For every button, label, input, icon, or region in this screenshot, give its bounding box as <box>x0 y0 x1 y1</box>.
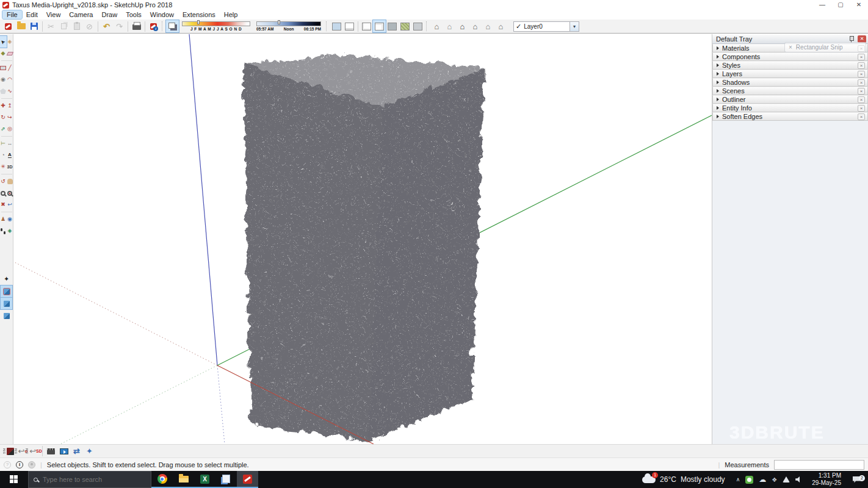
dimension-tool[interactable]: ↔ <box>7 138 13 149</box>
section-close-button[interactable]: × <box>858 88 865 95</box>
look-around-tool[interactable]: ◉ <box>7 214 13 225</box>
taskbar-search[interactable] <box>28 471 151 488</box>
credits-person-icon[interactable] <box>28 461 35 468</box>
expand-arrow-icon[interactable] <box>717 55 719 59</box>
section-close-button[interactable]: × <box>858 113 865 120</box>
toolbar-grip[interactable] <box>162 21 164 31</box>
section-close-button[interactable]: × <box>858 54 865 60</box>
tray-section-entity-info[interactable]: Entity Info × <box>712 104 868 112</box>
back-edges-style-button[interactable] <box>343 20 356 32</box>
push-pull-tool[interactable]: ↥ <box>7 100 13 112</box>
hidden-line-style-button[interactable] <box>373 20 386 32</box>
orbit-tool[interactable]: ↺ <box>0 176 7 187</box>
expand-arrow-icon[interactable] <box>717 98 719 101</box>
taskbar-app-excel[interactable]: X <box>194 471 215 488</box>
toggle-shadows-button[interactable] <box>166 20 179 32</box>
wireframe-style-button[interactable] <box>360 20 373 32</box>
taskbar-app-explorer[interactable] <box>173 471 194 488</box>
pin-icon[interactable] <box>848 35 854 43</box>
menu-help[interactable]: Help <box>220 10 242 19</box>
restore-button[interactable]: ▢ <box>831 0 850 10</box>
view-right-button[interactable]: ⌂ <box>469 20 482 32</box>
protractor-tool[interactable]: ◔ <box>0 149 7 161</box>
view-iso-button[interactable]: ⌂ <box>430 20 443 32</box>
expand-arrow-icon[interactable] <box>717 63 719 67</box>
bimobject-sd-button[interactable]: BIM ↩ SD <box>27 445 40 457</box>
section-display-b-tool[interactable] <box>1 298 12 309</box>
volume-icon[interactable] <box>795 476 802 483</box>
taskbar-clock[interactable]: 1:31 PM 29-May-25 <box>807 472 846 487</box>
zoom-tool[interactable] <box>0 187 7 199</box>
network-icon[interactable] <box>783 476 790 483</box>
offset-tool[interactable]: ◎ <box>7 123 13 135</box>
start-button[interactable] <box>0 471 28 488</box>
zoom-previous-tool[interactable]: ↩ <box>7 199 13 210</box>
model-viewport[interactable] <box>13 34 712 444</box>
walk-tool[interactable] <box>0 225 7 237</box>
menu-window[interactable]: Window <box>146 10 178 19</box>
shaded-style-button[interactable] <box>386 20 399 32</box>
presentation-button[interactable] <box>57 445 70 457</box>
time-slider-track[interactable] <box>256 21 321 26</box>
green-app-tray-icon[interactable] <box>745 476 753 484</box>
menu-draw[interactable]: Draw <box>97 10 121 19</box>
new-button[interactable] <box>2 20 15 32</box>
save-button[interactable] <box>27 20 40 32</box>
search-input[interactable] <box>43 476 140 483</box>
notification-center-button[interactable]: 2 <box>846 476 868 483</box>
weather-widget[interactable]: 1 26°C Mostly cloudy <box>636 475 731 484</box>
line-tool[interactable]: ╱ <box>7 62 13 74</box>
print-button[interactable] <box>130 20 143 32</box>
taskbar-app-chrome[interactable] <box>151 471 173 488</box>
tray-section-components[interactable]: Components × <box>712 52 868 61</box>
taskbar-app-notepad[interactable] <box>215 471 237 488</box>
export-3d-button[interactable]: ✦ <box>83 445 96 457</box>
bimobject-cube-button[interactable]: BIM <box>2 445 15 457</box>
dropbox-icon[interactable]: ❖ <box>772 476 777 483</box>
zoom-window-tool[interactable] <box>7 187 13 199</box>
section-close-button[interactable]: × <box>858 62 865 69</box>
menu-view[interactable]: View <box>42 10 65 19</box>
expand-arrow-icon[interactable] <box>717 81 719 84</box>
onedrive-icon[interactable]: ☁ <box>759 476 766 483</box>
tray-section-shadows[interactable]: Shadows × <box>712 78 868 87</box>
tray-section-scenes[interactable]: Scenes × <box>712 87 868 95</box>
time-slider-handle[interactable] <box>278 20 280 24</box>
open-button[interactable] <box>15 20 27 32</box>
expand-arrow-icon[interactable] <box>717 106 719 110</box>
make-component-tool[interactable]: ◈ <box>7 36 13 48</box>
textured-style-button[interactable] <box>399 20 411 32</box>
section-display-c-tool[interactable] <box>1 310 12 321</box>
paint-bucket-tool[interactable]: ◆ <box>0 48 7 59</box>
menu-extensions[interactable]: Extensions <box>178 10 220 19</box>
toolbar-grip[interactable] <box>326 21 328 31</box>
expand-arrow-icon[interactable] <box>717 46 719 50</box>
paste-button[interactable] <box>70 20 83 32</box>
move-tool[interactable]: ✚ <box>0 100 7 112</box>
section-close-button[interactable]: × <box>858 105 865 112</box>
menu-edit[interactable]: Edit <box>22 10 42 19</box>
view-front-button[interactable]: ⌂ <box>456 20 469 32</box>
toolbar-grip[interactable] <box>426 21 429 31</box>
freehand-tool[interactable]: ∿ <box>7 85 13 97</box>
sliders-button[interactable]: ⇄ <box>70 445 83 457</box>
copy-button[interactable] <box>57 20 70 32</box>
minimize-button[interactable]: — <box>813 0 831 10</box>
axes-tool[interactable]: ✳ <box>0 161 7 173</box>
layer-dropdown-arrow[interactable]: ▾ <box>570 22 579 31</box>
tape-measure-tool[interactable]: ⊢ <box>0 138 7 149</box>
menu-tools[interactable]: Tools <box>121 10 146 19</box>
scale-tool[interactable]: ⇗ <box>0 123 7 135</box>
tray-chevron-icon[interactable]: ∧ <box>736 476 740 483</box>
eraser-tool[interactable] <box>7 48 13 59</box>
compass-tool[interactable]: ✦ <box>1 273 12 285</box>
section-close-button[interactable]: × <box>858 96 865 103</box>
geolocation-info-icon[interactable]: i <box>16 461 23 468</box>
measurements-input[interactable] <box>774 460 864 470</box>
help-icon[interactable]: ? <box>4 461 11 468</box>
model-info-button[interactable]: i <box>147 20 160 32</box>
cut-button[interactable]: ✂ <box>45 20 57 32</box>
expand-arrow-icon[interactable] <box>717 89 719 93</box>
arc-tool[interactable]: ◠ <box>7 74 13 85</box>
view-left-button[interactable]: ⌂ <box>494 20 507 32</box>
